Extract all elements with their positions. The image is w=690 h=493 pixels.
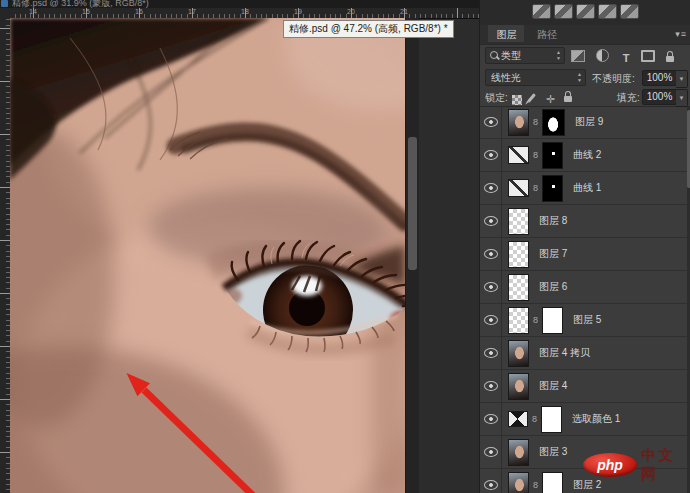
search-icon xyxy=(490,51,498,59)
blend-mode-select[interactable]: 线性光 ▲▼ xyxy=(485,69,586,86)
layer-name[interactable]: 曲线 1 xyxy=(567,181,601,195)
layer-thumbnail[interactable] xyxy=(508,411,528,427)
adjustments-bar xyxy=(480,0,690,25)
layer-row[interactable]: 8曲线 1 xyxy=(480,172,690,205)
layer-row[interactable]: 8图层 5 xyxy=(480,304,690,337)
layer-name[interactable]: 选取颜色 1 xyxy=(566,412,620,426)
visibility-toggle[interactable] xyxy=(480,403,502,435)
layer-mask-thumbnail[interactable] xyxy=(542,307,563,334)
visibility-toggle[interactable] xyxy=(480,304,502,336)
visibility-toggle[interactable] xyxy=(480,139,502,171)
watermark: php 中文网 xyxy=(583,446,690,484)
lock-label: 锁定: xyxy=(485,91,508,105)
layer-thumbnail[interactable] xyxy=(508,146,529,164)
lock-paint-icon[interactable] xyxy=(530,89,533,107)
adjustment-preset-icon[interactable] xyxy=(576,4,595,19)
eye-icon xyxy=(484,381,498,391)
lock-row: 锁定: ✛ 填充: 100% ▼ xyxy=(480,88,690,107)
layer-name[interactable]: 曲线 2 xyxy=(567,148,601,162)
panel-menu-icon[interactable]: ▾≡ xyxy=(675,29,687,39)
scrollbar-thumb[interactable] xyxy=(408,137,417,270)
tab-layers[interactable]: 图层 xyxy=(488,25,524,42)
layer-name[interactable]: 图层 8 xyxy=(533,214,567,228)
eye-icon xyxy=(484,480,498,490)
layer-row[interactable]: 8图层 9 xyxy=(480,106,690,139)
layer-mask-thumbnail[interactable] xyxy=(542,142,563,169)
photo-eye-closeup xyxy=(10,18,405,493)
adjustment-preset-icon[interactable] xyxy=(598,4,617,19)
pixel-layer-filter-icon[interactable] xyxy=(570,48,586,62)
filter-type-label: 类型 xyxy=(501,48,521,63)
ruler-number: 17 xyxy=(188,8,196,15)
filter-type-select[interactable]: 类型 ▲▼ xyxy=(485,47,565,64)
layer-thumbnail[interactable] xyxy=(508,241,529,268)
link-icon: 8 xyxy=(533,184,538,193)
layer-name[interactable]: 图层 5 xyxy=(567,313,601,327)
layer-mask-thumbnail[interactable] xyxy=(542,472,563,493)
layer-row[interactable]: 图层 4 xyxy=(480,370,690,403)
layer-name[interactable]: 图层 3 xyxy=(533,445,567,459)
document-tab[interactable]: 精修.psd @ 31.9% (蒙版, RGB/8*) xyxy=(0,0,479,8)
photoshop-window: 精修.psd @ 31.9% (蒙版, RGB/8*) 141516171819… xyxy=(0,0,690,493)
shape-filter-icon[interactable] xyxy=(640,48,656,62)
layer-thumbnail[interactable] xyxy=(508,373,529,400)
adjustment-preset-icon[interactable] xyxy=(620,4,639,19)
zoom-tooltip: 精修.psd @ 47.2% (高频, RGB/8*) * xyxy=(283,20,454,38)
link-icon: 8 xyxy=(533,316,538,325)
link-icon: 8 xyxy=(532,415,537,424)
smart-object-filter-icon[interactable] xyxy=(662,48,678,62)
adjustment-filter-icon[interactable] xyxy=(594,48,610,62)
layer-thumbnail[interactable] xyxy=(508,208,529,235)
blend-mode-value: 线性光 xyxy=(491,72,521,83)
visibility-toggle[interactable] xyxy=(480,469,502,493)
visibility-toggle[interactable] xyxy=(480,205,502,237)
layer-thumbnail[interactable] xyxy=(508,109,529,136)
visibility-toggle[interactable] xyxy=(480,106,502,138)
layer-name[interactable]: 图层 6 xyxy=(533,280,567,294)
layer-name[interactable]: 图层 7 xyxy=(533,247,567,261)
layer-thumbnail[interactable] xyxy=(508,439,529,466)
visibility-toggle[interactable] xyxy=(480,337,502,369)
opacity-value[interactable]: 100% xyxy=(642,70,677,86)
visibility-toggle[interactable] xyxy=(480,271,502,303)
layer-name[interactable]: 图层 4 拷贝 xyxy=(533,346,590,360)
document-canvas[interactable] xyxy=(10,18,405,493)
layer-name[interactable]: 图层 9 xyxy=(569,115,603,129)
layer-mask-thumbnail[interactable] xyxy=(541,406,562,433)
ruler-number: 21 xyxy=(400,8,408,15)
layer-row[interactable]: 8曲线 2 xyxy=(480,139,690,172)
layer-row[interactable]: 图层 4 拷贝 xyxy=(480,337,690,370)
adjustment-preset-icon[interactable] xyxy=(532,4,551,19)
lock-all-icon[interactable] xyxy=(564,88,572,106)
layer-mask-thumbnail[interactable] xyxy=(542,175,563,202)
layer-thumbnail[interactable] xyxy=(508,274,529,301)
opacity-label: 不透明度: xyxy=(592,72,635,86)
layer-row[interactable]: 图层 8 xyxy=(480,205,690,238)
layer-row[interactable]: 8选取颜色 1 xyxy=(480,403,690,436)
visibility-toggle[interactable] xyxy=(480,238,502,270)
layers-list: 8图层 98曲线 28曲线 1图层 8图层 7图层 68图层 5图层 4 拷贝图… xyxy=(480,106,690,493)
visibility-toggle[interactable] xyxy=(480,172,502,204)
layer-thumbnail[interactable] xyxy=(508,307,529,334)
document-scrollbar[interactable]: ▲ xyxy=(405,18,419,493)
fill-dropdown-icon[interactable]: ▼ xyxy=(676,89,688,107)
layer-row[interactable]: 图层 7 xyxy=(480,238,690,271)
layer-thumbnail[interactable] xyxy=(508,179,529,197)
layer-mask-thumbnail[interactable] xyxy=(542,109,565,136)
layer-name[interactable]: 图层 4 xyxy=(533,379,567,393)
eye-icon xyxy=(484,216,498,226)
visibility-toggle[interactable] xyxy=(480,370,502,402)
layer-thumbnail[interactable] xyxy=(508,340,529,367)
adjustment-preset-icon[interactable] xyxy=(554,4,573,19)
opacity-dropdown-icon[interactable]: ▼ xyxy=(676,70,688,88)
layer-thumbnail[interactable] xyxy=(508,472,529,493)
fill-value[interactable]: 100% xyxy=(642,89,677,105)
type-filter-icon[interactable]: T xyxy=(618,48,634,62)
layer-row[interactable]: 图层 6 xyxy=(480,271,690,304)
visibility-toggle[interactable] xyxy=(480,436,502,468)
ruler-number: 19 xyxy=(294,8,302,15)
tab-paths[interactable]: 路径 xyxy=(529,25,565,42)
link-icon: 8 xyxy=(533,481,538,490)
eye-icon xyxy=(484,117,498,127)
lock-move-icon[interactable]: ✛ xyxy=(546,89,555,107)
